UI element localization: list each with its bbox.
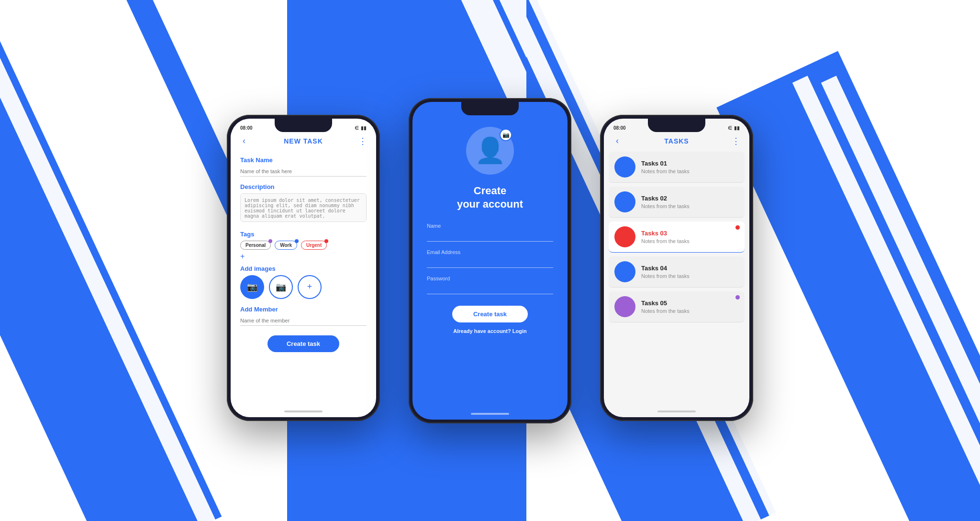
add-images-label: Add images [240,265,367,272]
phone2-content: 👤 📷 Createyour account Name Email Addres… [412,117,568,344]
tag-work[interactable]: Work [275,241,297,250]
camera-icon[interactable]: 📷 [500,129,512,141]
avatar-circle: 👤 📷 [466,127,514,175]
phone3-header: ‹ TASKS ⋮ [604,133,749,152]
task-item-04[interactable]: Tasks 04 Notes from the tasks [609,256,745,288]
tag-urgent[interactable]: Urgent [301,241,327,250]
task-note-04: Notes from the tasks [641,273,739,279]
camera-button-1[interactable]: 📷 [240,275,264,299]
task-item-05[interactable]: Tasks 05 Notes from the tasks [609,291,745,322]
task-avatar-02 [614,191,635,212]
task-name-02: Tasks 02 [641,195,739,202]
task-name-04: Tasks 04 [641,265,739,272]
notch-3 [648,119,705,132]
email-label: Email Address [427,249,553,255]
task-item-01[interactable]: Tasks 01 Notes from the tasks [609,152,745,183]
add-member-label: Add Member [240,306,367,313]
notch-2 [461,102,519,115]
description-label: Description [240,183,367,190]
task-avatar-01 [614,156,635,177]
task-name-label: Task Name [240,156,367,164]
phone-tasks-list: 08:00 ∈ ▮▮ ‹ TASKS ⋮ Tasks 01 [600,115,753,421]
description-input[interactable]: Lorem ipsum dolor sit amet, consectetuer… [240,193,367,222]
user-icon: 👤 [475,136,506,165]
bottom-bar-2 [471,413,509,415]
tags-label: Tags [240,231,367,238]
login-link[interactable]: Login [512,328,527,334]
phone1-title: NEW TASK [284,137,323,145]
account-form: Name Email Address Password [427,223,553,302]
task-avatar-05 [614,296,635,317]
task-info-05: Tasks 05 Notes from the tasks [641,299,739,314]
email-input[interactable] [427,257,553,268]
task-note-02: Notes from the tasks [641,203,739,209]
create-account-button[interactable]: Create task [452,306,528,322]
task-note-03: Notes from the tasks [641,238,739,244]
phones-container: 08:00 ∈ ▮▮ ‹ NEW TASK ⋮ Task Name Descri… [0,0,980,521]
battery-icon-3: ▮▮ [734,125,740,131]
task-avatar-03 [614,226,635,247]
camera-button-2[interactable]: 📷 [269,275,293,299]
task-info-03: Tasks 03 Notes from the tasks [641,230,739,244]
task-info-01: Tasks 01 Notes from the tasks [641,160,739,174]
name-input[interactable] [427,231,553,242]
bottom-bar-1 [284,410,323,412]
add-image-button[interactable]: + [298,275,322,299]
task-item-02[interactable]: Tasks 02 Notes from the tasks [609,187,745,218]
battery-icon: ▮▮ [361,125,367,131]
more-button-1[interactable]: ⋮ [357,135,368,147]
task-name-01: Tasks 01 [641,160,739,167]
task-name-05: Tasks 05 [641,299,739,307]
task-name-input[interactable] [240,166,367,177]
wifi-icon: ∈ [355,125,359,131]
urgent-tag-dot [324,239,328,243]
tasks-list: Tasks 01 Notes from the tasks Tasks 02 N… [604,152,749,322]
phone1-content: Task Name Description Lorem ipsum dolor … [231,152,376,412]
personal-tag-dot [268,239,272,243]
status-time-1: 08:00 [240,125,253,131]
phone3-title: TASKS [664,137,689,145]
tag-personal[interactable]: Personal [240,241,271,250]
tags-row: Personal Work Urgent [240,241,367,250]
member-input[interactable] [240,316,367,326]
task-info-04: Tasks 04 Notes from the tasks [641,265,739,279]
work-tag-dot [295,239,299,243]
status-icons-1: ∈ ▮▮ [355,125,367,131]
password-label: Password [427,276,553,281]
phone-create-account: 👤 📷 Createyour account Name Email Addres… [409,98,571,423]
task-badge-05 [735,295,740,299]
task-avatar-04 [614,261,635,282]
status-icons-3: ∈ ▮▮ [728,125,740,131]
task-item-03[interactable]: Tasks 03 Notes from the tasks [609,222,745,253]
create-task-button-1[interactable]: Create task [267,335,339,352]
more-button-3[interactable]: ⋮ [730,135,742,147]
images-row: 📷 📷 + [240,275,367,299]
password-input[interactable] [427,283,553,294]
notch-1 [275,119,332,132]
add-tag-button[interactable]: + [240,253,367,260]
task-name-03: Tasks 03 [641,230,739,237]
back-button-3[interactable]: ‹ [612,135,623,147]
wifi-icon-3: ∈ [728,125,732,131]
phone1-header: ‹ NEW TASK ⋮ [231,133,376,152]
task-note-05: Notes from the tasks [641,308,739,314]
status-time-3: 08:00 [613,125,626,131]
back-button-1[interactable]: ‹ [238,135,250,147]
task-info-02: Tasks 02 Notes from the tasks [641,195,739,209]
create-account-title: Createyour account [457,184,523,211]
phone-new-task: 08:00 ∈ ▮▮ ‹ NEW TASK ⋮ Task Name Descri… [227,115,380,421]
task-note-01: Notes from the tasks [641,168,739,174]
bottom-bar-3 [657,410,696,412]
task-badge-03 [735,225,740,230]
name-label: Name [427,223,553,229]
already-account-text: Already have account? Login [453,328,526,334]
